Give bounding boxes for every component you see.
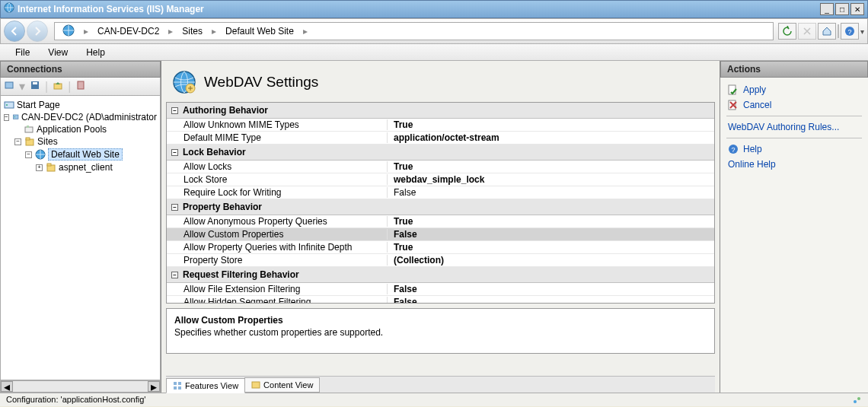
row-key[interactable]: Allow Custom Properties xyxy=(167,229,388,240)
row-key[interactable]: Allow Anonymous Property Queries xyxy=(167,216,388,227)
back-button[interactable] xyxy=(4,21,25,42)
svg-rect-24 xyxy=(174,386,177,390)
svg-rect-16 xyxy=(26,138,30,140)
scroll-right-icon[interactable]: ▸ xyxy=(148,381,160,392)
row-val[interactable]: application/octet-stream xyxy=(388,132,499,143)
bc-sites[interactable]: Sites xyxy=(177,26,207,37)
connections-toolbar: ▾ | | xyxy=(0,78,161,96)
nav-toolbar: ▸ CAN-DEV-DC2 ▸ Sites ▸ Default Web Site… xyxy=(0,18,868,44)
help-button[interactable]: ? xyxy=(841,23,859,40)
svg-rect-23 xyxy=(178,382,181,385)
row-val[interactable]: False xyxy=(388,284,417,294)
description-box: Allow Custom Properties Specifies whethe… xyxy=(166,308,715,354)
action-cancel[interactable]: Cancel xyxy=(726,97,862,113)
action-apply[interactable]: Apply xyxy=(726,82,862,97)
forward-button[interactable] xyxy=(27,21,48,42)
svg-text:?: ? xyxy=(847,28,851,36)
group-request[interactable]: Request Filtering Behavior xyxy=(183,269,299,280)
row-val[interactable]: False xyxy=(388,229,417,240)
svg-point-32 xyxy=(857,397,860,400)
row-val[interactable]: True xyxy=(388,216,413,227)
tree-expander[interactable]: − xyxy=(4,114,9,121)
menu-help[interactable]: Help xyxy=(77,47,114,58)
delete-icon[interactable] xyxy=(75,80,86,94)
window-title: Internet Information Services (IIS) Mana… xyxy=(18,4,820,14)
connect-icon[interactable] xyxy=(4,80,14,94)
svg-rect-11 xyxy=(13,115,18,119)
row-val[interactable]: False xyxy=(388,187,416,198)
group-lock[interactable]: Lock Behavior xyxy=(183,147,246,157)
bc-host[interactable]: CAN-DEV-DC2 xyxy=(93,26,164,37)
row-val[interactable]: True xyxy=(388,161,413,172)
menu-view[interactable]: View xyxy=(39,47,77,58)
row-val[interactable]: (Collection) xyxy=(388,255,444,266)
group-authoring[interactable]: Authoring Behavior xyxy=(183,105,268,116)
group-property[interactable]: Property Behavior xyxy=(183,202,262,212)
row-val[interactable]: True xyxy=(388,242,413,253)
server-icon xyxy=(12,112,19,122)
svg-rect-19 xyxy=(47,164,51,166)
action-online-help[interactable]: Online Help xyxy=(726,157,862,172)
globe-icon xyxy=(35,149,46,160)
row-key[interactable]: Allow Property Queries with Infinite Dep… xyxy=(167,242,388,253)
tree-expander[interactable]: − xyxy=(14,138,21,145)
row-val[interactable]: False xyxy=(388,297,417,303)
row-key[interactable]: Default MIME Type xyxy=(167,132,388,143)
home-button[interactable] xyxy=(818,23,836,40)
tree-expander[interactable]: − xyxy=(25,151,32,158)
row-key[interactable]: Property Store xyxy=(167,255,388,266)
tree-expander[interactable]: + xyxy=(36,164,43,171)
tree-default-site[interactable]: Default Web Site xyxy=(48,148,123,161)
svg-rect-7 xyxy=(54,84,62,89)
svg-rect-4 xyxy=(5,82,13,88)
svg-point-31 xyxy=(854,400,857,403)
svg-rect-25 xyxy=(178,386,181,390)
tab-features[interactable]: Features View xyxy=(166,378,245,393)
svg-rect-8 xyxy=(78,81,84,89)
folder-icon xyxy=(46,162,56,173)
tree-start-page[interactable]: Start Page xyxy=(17,100,60,110)
maximize-button[interactable]: □ xyxy=(835,3,849,15)
close-button[interactable]: ✕ xyxy=(850,3,864,15)
svg-rect-6 xyxy=(33,82,37,84)
connections-tree[interactable]: Start Page − CAN-DEV-DC2 (AD\administrat… xyxy=(0,96,161,380)
breadcrumb[interactable]: ▸ CAN-DEV-DC2 ▸ Sites ▸ Default Web Site… xyxy=(54,22,774,40)
svg-rect-26 xyxy=(252,382,260,388)
actions-header: Actions xyxy=(720,61,868,78)
apppools-icon xyxy=(24,124,34,135)
tree-h-scrollbar[interactable]: ◂ ▸ xyxy=(0,380,161,393)
row-key[interactable]: Allow Locks xyxy=(167,161,388,172)
refresh-button[interactable] xyxy=(778,23,796,40)
save-icon[interactable] xyxy=(30,80,40,94)
connections-panel: Connections ▾ | | Start Page − CAN-DEV-D… xyxy=(0,61,161,393)
row-key[interactable]: Lock Store xyxy=(167,174,388,185)
up-icon[interactable] xyxy=(53,80,63,94)
status-corner-icon xyxy=(851,395,862,405)
property-grid[interactable]: −Authoring Behavior Allow Unknown MIME T… xyxy=(166,102,715,304)
tree-sites[interactable]: Sites xyxy=(37,136,58,147)
minimize-button[interactable]: _ xyxy=(820,3,834,15)
row-key[interactable]: Require Lock for Writing xyxy=(167,187,388,198)
row-key[interactable]: Allow Hidden Segment Filtering xyxy=(167,297,388,303)
tree-apppools[interactable]: Application Pools xyxy=(37,124,107,135)
action-authoring-rules[interactable]: WebDAV Authoring Rules... xyxy=(726,119,862,135)
row-val[interactable]: webdav_simple_lock xyxy=(388,174,484,185)
page-title: WebDAV Settings xyxy=(204,74,318,91)
sites-icon xyxy=(24,136,35,147)
actions-panel: Actions Apply Cancel WebDAV Authoring Ru… xyxy=(720,61,868,393)
row-val[interactable]: True xyxy=(388,119,413,130)
start-page-icon xyxy=(4,100,14,110)
bc-site[interactable]: Default Web Site xyxy=(221,26,298,37)
menu-file[interactable]: File xyxy=(6,47,39,58)
stop-button[interactable] xyxy=(798,23,816,40)
tree-aspnet[interactable]: aspnet_client xyxy=(59,162,113,173)
action-help[interactable]: ?Help xyxy=(726,141,862,157)
content-panel: WebDAV Settings −Authoring Behavior Allo… xyxy=(161,61,720,393)
svg-rect-14 xyxy=(27,126,29,128)
row-key[interactable]: Allow File Extension Filtering xyxy=(167,284,388,294)
row-key[interactable]: Allow Unknown MIME Types xyxy=(167,119,388,130)
svg-point-12 xyxy=(14,116,14,117)
tree-host[interactable]: CAN-DEV-DC2 (AD\administrator xyxy=(21,112,157,122)
tab-content[interactable]: Content View xyxy=(244,377,320,393)
scroll-left-icon[interactable]: ◂ xyxy=(1,381,13,392)
